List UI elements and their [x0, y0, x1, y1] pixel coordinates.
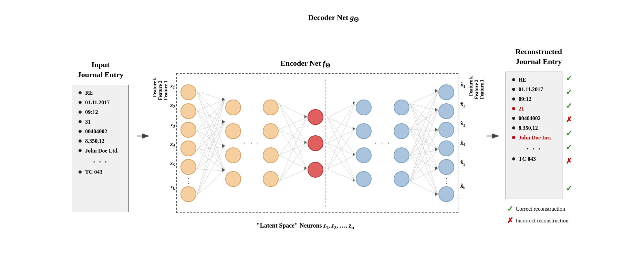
x1-label: x1: [170, 83, 175, 90]
dec-node-2-3: [394, 147, 409, 163]
enc-node-3-3: [263, 147, 279, 163]
decoder-output-area: x̂1 x̂2 x̂3 x̂4 x̂5 x̂k Feature 1 Featur…: [460, 72, 485, 200]
rec-item-name: John Doe Inc.: [512, 135, 556, 141]
dec-node-2-4: [394, 171, 409, 187]
svg-line-79: [410, 92, 438, 181]
bullet: [79, 149, 82, 152]
svg-line-17: [197, 150, 225, 171]
correct-legend-item: ✓ Correct reconstruction: [507, 205, 569, 213]
xhat5-label: x̂5: [460, 160, 466, 167]
latent-to-dec: [328, 80, 355, 207]
bullet: [512, 126, 515, 129]
svg-line-33: [279, 117, 307, 129]
out-node-5: [438, 159, 454, 175]
enc-connections-1-2: [197, 80, 225, 207]
check-5: ✓: [566, 128, 572, 139]
bullet: [79, 101, 82, 104]
enc-node-1-2: [180, 103, 196, 119]
xk-label: xk: [170, 184, 175, 191]
svg-line-40: [279, 143, 307, 181]
dec-node-1-2: [356, 123, 372, 139]
input-item-31: 31: [79, 119, 122, 125]
bullet: [79, 170, 82, 174]
featurek-label-right: Feature k: [468, 72, 474, 100]
svg-line-49: [328, 104, 355, 143]
check-6: ✓: [566, 142, 572, 153]
feature1-label-right: Feature 1: [479, 72, 485, 107]
out-node-3: [438, 122, 454, 138]
input-item-account: 00404002: [79, 128, 122, 135]
svg-line-22: [197, 100, 225, 195]
incorrect-cross-icon: ✗: [507, 216, 513, 225]
latent-node-2: [308, 135, 323, 151]
svg-line-84: [410, 181, 438, 195]
svg-line-6: [197, 100, 225, 111]
bullet: [79, 139, 82, 143]
rec-item-amount: 8.350,12: [512, 125, 556, 131]
arrow-svg: [136, 132, 151, 140]
svg-line-20: [197, 147, 225, 169]
rec-item-time: 09:12: [512, 96, 556, 102]
bullet: [79, 111, 82, 114]
svg-line-25: [197, 171, 225, 195]
dec-dots-between: · · ·: [374, 139, 391, 148]
svg-line-19: [197, 123, 225, 169]
dec-node-1-3: [356, 147, 372, 163]
dec-node-2-2: [394, 123, 409, 139]
svg-line-2: [197, 92, 225, 100]
svg-line-30: [279, 104, 307, 117]
dec-to-output: [410, 80, 438, 207]
xhat2-label: x̂2: [460, 102, 466, 108]
svg-line-14: [197, 100, 225, 150]
svg-line-36: [279, 117, 307, 155]
arrow-decoder-output: [485, 132, 502, 140]
x4-label: x4: [170, 141, 175, 148]
bullet: [512, 97, 515, 101]
rec-item-date: 01.11.2017: [512, 86, 556, 93]
bullet: [79, 130, 82, 133]
rec-item-21: 21: [512, 106, 556, 112]
input-title: InputJournal Entry: [77, 60, 124, 80]
bullet: [79, 120, 82, 123]
bullet: [512, 117, 515, 120]
svg-line-4: [197, 92, 225, 147]
svg-line-56: [328, 169, 355, 181]
check-1: ✓: [566, 73, 572, 84]
enc-node-2-4: [225, 171, 241, 187]
bullet: [512, 78, 515, 81]
arrow-svg-2: [486, 132, 501, 140]
svg-line-81: [410, 130, 438, 181]
svg-marker-29: [222, 168, 225, 172]
encoder-decoder-divider: [325, 80, 325, 207]
svg-line-61: [410, 92, 438, 104]
input-item-name: John Doe Ltd.: [79, 148, 122, 154]
check-2: ✓: [566, 87, 572, 97]
reconstructed-title: ReconstructedJournal Entry: [515, 47, 562, 66]
input-section: InputJournal Entry RE 01.11.2017 09:12 3…: [72, 60, 129, 212]
check-8: ✓: [566, 184, 572, 194]
out-node-2: [438, 103, 454, 119]
out-node-1: [438, 84, 454, 100]
encoder-network-box: ⋮: [176, 73, 458, 213]
correct-legend-label: Correct reconstruction: [516, 206, 565, 212]
svg-line-9: [197, 111, 225, 171]
svg-line-8: [197, 111, 225, 147]
reconstructed-section: ReconstructedJournal Entry RE 01.11.2017…: [506, 47, 572, 225]
spacer-dots: [566, 170, 572, 180]
input-dots: · · ·: [79, 157, 122, 166]
input-item-amount: 8.350,12: [79, 138, 122, 144]
incorrect-legend-label: Incorrect reconstruction: [516, 218, 569, 224]
latent-node-3: [308, 162, 323, 178]
svg-line-13: [197, 130, 225, 171]
encoder-section: Encoder Net fΘ Feature 1 Feature 2 Featu…: [152, 59, 458, 213]
svg-line-54: [328, 129, 355, 169]
arrow-input-encoder: [135, 132, 152, 140]
svg-line-76: [410, 150, 438, 155]
enc-node-1-5: [180, 159, 196, 175]
enc-dots-between: · · ·: [244, 139, 260, 148]
cross-4: ✗: [566, 115, 572, 125]
svg-line-83: [410, 169, 438, 181]
enc-node-2-1: [225, 100, 241, 115]
svg-line-7: [197, 111, 225, 123]
enc-dots-1: ⋮: [185, 177, 192, 185]
